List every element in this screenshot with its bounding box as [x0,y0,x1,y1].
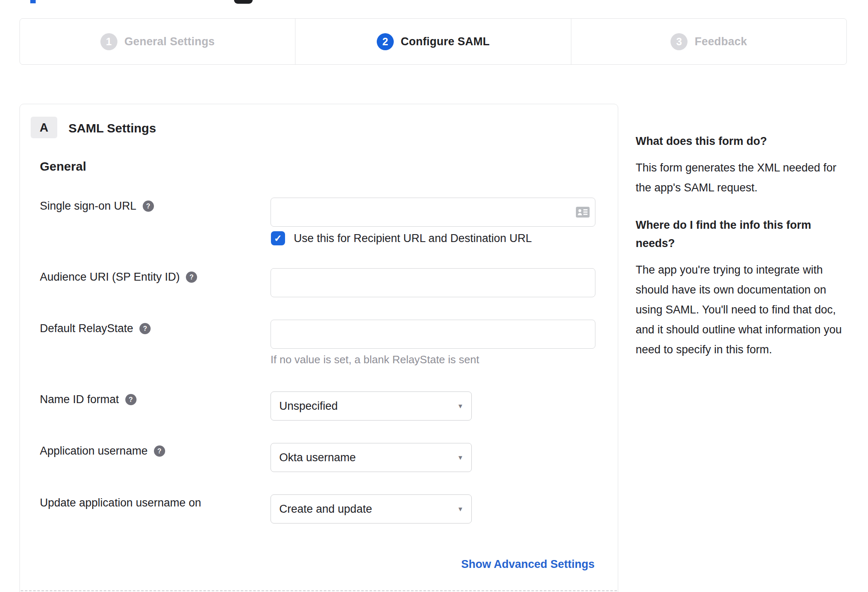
clipped-header-blue-fragment [30,0,36,3]
saml-settings-panel: A SAML Settings General Single sign-on U… [20,104,618,592]
update-username-on-label: Update application username on [40,497,201,509]
wizard-stepper: 1 General Settings 2 Configure SAML 3 Fe… [20,18,847,65]
help-icon[interactable]: ? [154,445,165,457]
help-body: The app you're trying to integrate with … [636,260,843,360]
audience-uri-label: Audience URI (SP Entity ID) ? [40,271,197,284]
step-general-settings[interactable]: 1 General Settings [20,19,295,64]
help-icon[interactable]: ? [186,272,197,283]
name-id-format-select[interactable]: Unspecified ▾ [271,391,472,421]
help-sidebar: What does this form do? This form genera… [636,132,843,360]
field-label-text: Default RelayState [40,322,133,335]
section-a-badge: A [31,117,57,138]
section-title: SAML Settings [68,121,156,135]
relaystate-hint: If no value is set, a blank RelayState i… [271,353,479,366]
field-label-text: Single sign-on URL [40,200,137,213]
general-group-heading: General [40,159,86,174]
step-feedback[interactable]: 3 Feedback [571,19,846,64]
field-label-text: Name ID format [40,393,119,406]
help-icon[interactable]: ? [139,323,151,334]
help-icon[interactable]: ? [143,201,154,212]
select-value: Unspecified [279,400,338,413]
step-number-badge: 2 [377,33,394,50]
single-sign-on-url-input[interactable] [271,198,595,227]
clipped-header-toggle-fragment [234,0,253,4]
select-value: Create and update [279,503,372,516]
chevron-down-icon: ▾ [458,401,462,411]
field-label-text: Application username [40,445,148,457]
chevron-down-icon: ▾ [458,504,462,514]
step-label: General Settings [124,35,215,48]
name-id-format-label: Name ID format ? [40,393,137,406]
show-advanced-settings-link[interactable]: Show Advanced Settings [461,558,595,571]
help-heading: Where do I find the info this form needs… [636,216,843,252]
chevron-down-icon: ▾ [458,453,462,462]
field-label-text: Audience URI (SP Entity ID) [40,271,180,284]
default-relaystate-label: Default RelayState ? [40,322,151,335]
recipient-url-checkbox-row: ✓ Use this for Recipient URL and Destina… [271,231,532,245]
help-body: This form generates the XML needed for t… [636,158,843,198]
help-section-where: Where do I find the info this form needs… [636,216,843,360]
step-number-badge: 3 [671,33,688,50]
update-username-on-select[interactable]: Create and update ▾ [271,494,472,524]
help-icon[interactable]: ? [125,394,137,405]
default-relaystate-input[interactable] [271,320,595,349]
application-username-label: Application username ? [40,445,165,457]
step-label: Configure SAML [401,35,490,48]
step-number-badge: 1 [100,33,117,50]
step-label: Feedback [695,35,747,48]
section-dashed-divider [21,590,617,591]
field-label-text: Update application username on [40,497,201,509]
step-configure-saml[interactable]: 2 Configure SAML [295,19,571,64]
recipient-url-checkbox[interactable]: ✓ [271,231,285,245]
configure-saml-page: 1 General Settings 2 Configure SAML 3 Fe… [0,0,868,592]
application-username-select[interactable]: Okta username ▾ [271,443,472,472]
recipient-url-checkbox-label: Use this for Recipient URL and Destinati… [294,232,532,245]
single-sign-on-url-label: Single sign-on URL ? [40,200,154,213]
help-section-what: What does this form do? This form genera… [636,132,843,198]
help-heading: What does this form do? [636,132,843,150]
contact-card-icon[interactable] [576,207,590,218]
audience-uri-input[interactable] [271,268,595,297]
select-value: Okta username [279,451,356,464]
